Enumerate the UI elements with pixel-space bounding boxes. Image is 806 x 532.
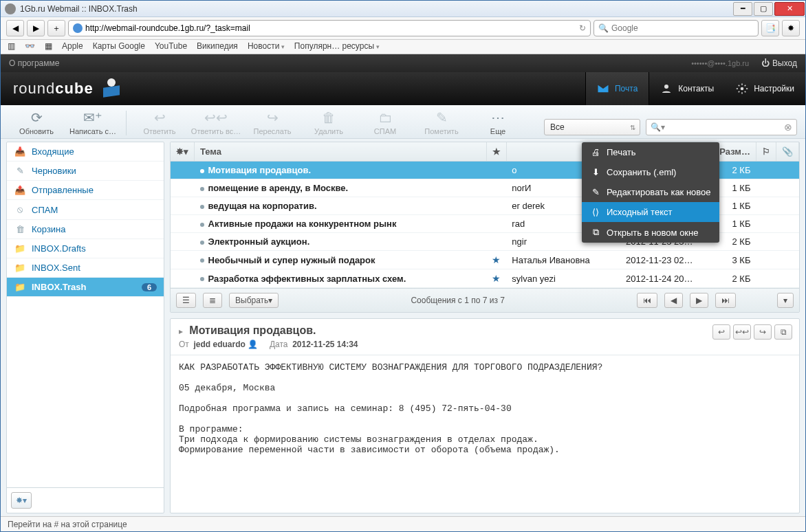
bookmarks-icon[interactable]: ▥ — [8, 41, 15, 51]
readinglist-icon[interactable]: 👓 — [25, 41, 35, 51]
ctx-icon: ⧉ — [590, 227, 601, 238]
message-row[interactable]: Разработка эффективных зарплатных схем.★… — [171, 269, 799, 288]
tab-mail[interactable]: Почта — [585, 72, 649, 105]
window-minimize-button[interactable]: ━ — [733, 2, 752, 16]
nav-add-button[interactable]: ＋ — [47, 20, 65, 36]
toggle-preview-button[interactable]: ▾ — [777, 293, 794, 308]
col-size[interactable]: Разм… — [714, 142, 756, 162]
clear-search-icon[interactable]: ⊗ — [784, 122, 792, 133]
compose-button[interactable]: ✉⁺Написать с… — [65, 108, 120, 135]
reload-icon[interactable]: ↻ — [579, 23, 586, 33]
message-row[interactable]: Необычный и супер нужный подарок★Наталья… — [171, 251, 799, 269]
col-flag[interactable]: ⚐ — [756, 142, 776, 162]
expand-headers-icon[interactable]: ▸ — [179, 326, 183, 336]
contact-icon[interactable]: 👤 — [248, 340, 258, 349]
folder-Корзина[interactable]: 🗑Корзина — [7, 220, 164, 239]
preview-body[interactable]: КАК РАЗРАБОТАТЬ ЭФФЕКТИВНУЮ СИСТЕМУ ВОЗН… — [171, 355, 799, 513]
list-mode-button[interactable]: ☰ — [176, 293, 196, 308]
ctx-Сохранить (.eml)[interactable]: ⬇Сохранить (.eml) — [582, 162, 719, 182]
folder-icon: 📁 — [14, 263, 26, 273]
folder-settings-button[interactable]: ✸▾ — [11, 492, 32, 509]
search-engine-icon: 🔍 — [598, 23, 609, 33]
folder-Входящие[interactable]: 📥Входящие — [7, 142, 164, 162]
reply-button[interactable]: ↩Ответить — [132, 108, 187, 135]
mark-button[interactable]: ✎Пометить — [414, 108, 469, 135]
bookmark-wikipedia[interactable]: Википедия — [197, 41, 238, 51]
folder-Черновики[interactable]: ✎Черновики — [7, 162, 164, 181]
preview-forward-button[interactable]: ↪ — [754, 324, 772, 340]
folder-icon: ⦸ — [14, 204, 26, 215]
url-input[interactable] — [85, 23, 576, 33]
nav-back-button[interactable]: ◀ — [6, 20, 24, 36]
topsites-icon[interactable]: ▦ — [45, 41, 52, 51]
page-last-button[interactable]: ⏭ — [715, 293, 736, 308]
more-button[interactable]: ⋯Еще — [470, 108, 525, 135]
bookmark-apple[interactable]: Apple — [62, 41, 83, 51]
bookmark-popular[interactable]: Популярн… ресурсы — [294, 41, 380, 51]
window-title: 1Gb.ru Webmail :: INBOX.Trash — [20, 4, 732, 14]
col-attach[interactable]: 📎 — [776, 142, 798, 162]
ctx-Исходный текст[interactable]: ⟨⟩Исходный текст — [582, 202, 719, 222]
tab-settings[interactable]: Настройки — [725, 72, 805, 105]
thread-mode-button[interactable]: ≣ — [203, 293, 222, 308]
ctx-icon: 🖨 — [590, 147, 601, 157]
select-menu[interactable]: Выбрать ▾ — [229, 293, 279, 308]
bookmark-news[interactable]: Новости — [248, 41, 285, 51]
ctx-Открыть в новом окне[interactable]: ⧉Открыть в новом окне — [582, 222, 719, 243]
browser-statusbar: Перейти на # на этой странице — [1, 516, 805, 531]
folder-INBOX.Sent[interactable]: 📁INBOX.Sent — [7, 258, 164, 278]
bookmark-youtube[interactable]: YouTube — [155, 41, 187, 51]
preview-popout-button[interactable]: ⧉ — [774, 324, 792, 340]
ctx-Печать[interactable]: 🖨Печать — [582, 142, 719, 162]
unread-badge: 6 — [142, 283, 157, 291]
browser-search[interactable]: 🔍 — [593, 20, 759, 36]
about-link[interactable]: О программе — [9, 58, 59, 68]
mail-search-input[interactable] — [665, 122, 784, 133]
message-count: Сообщения с 1 по 7 из 7 — [285, 296, 630, 305]
replyall-button[interactable]: ↩↩Ответить вс… — [188, 108, 243, 135]
message-context-menu[interactable]: 🖨Печать⬇Сохранить (.eml)✎Редактировать к… — [582, 142, 719, 243]
folder-icon: 📤 — [14, 185, 26, 195]
spam-button[interactable]: 🗀СПАМ — [358, 108, 413, 135]
browser-menu-button[interactable]: ✸ — [782, 20, 800, 36]
browser-search-input[interactable] — [611, 23, 754, 33]
tab-contacts[interactable]: Контакты — [649, 72, 725, 105]
page-next-button[interactable]: ▶ — [690, 293, 708, 308]
list-footer: ☰ ≣ Выбрать ▾ Сообщения с 1 по 7 из 7 ⏮ … — [171, 288, 799, 312]
new-tab-button[interactable]: 📑 — [761, 20, 779, 36]
bookmark-googlemaps[interactable]: Карты Google — [93, 41, 145, 51]
preview-replyall-button[interactable]: ↩↩ — [733, 324, 751, 340]
preview-pane: ▸ Мотивация продавцов. От jedd eduardo 👤… — [170, 318, 800, 513]
logout-link[interactable]: ⏻Выход — [761, 58, 797, 68]
browser-toolbar: ◀ ▶ ＋ ↻ 🔍 📑 ✸ — [1, 17, 805, 40]
globe-icon — [73, 23, 83, 33]
ctx-Редактировать как новое[interactable]: ✎Редактировать как новое — [582, 182, 719, 202]
col-star[interactable]: ★ — [486, 142, 506, 162]
window-close-button[interactable]: ✕ — [774, 2, 805, 16]
list-options-button[interactable]: ✸▾ — [171, 142, 195, 162]
preview-reply-button[interactable]: ↩ — [712, 324, 730, 340]
star-icon[interactable]: ★ — [492, 273, 501, 284]
window-maximize-button[interactable]: ▢ — [754, 2, 773, 16]
filter-select[interactable]: Все — [544, 119, 640, 135]
folder-icon: 🗑 — [14, 224, 26, 234]
folder-СПАМ[interactable]: ⦸СПАМ — [7, 200, 164, 220]
folder-list: 📥Входящие✎Черновики📤Отправленные⦸СПАМ🗑Ко… — [6, 142, 164, 513]
preview-date: 2012-11-25 14:34 — [292, 340, 358, 349]
col-subject[interactable]: Тема — [195, 142, 487, 162]
folder-INBOX.Drafts[interactable]: 📁INBOX.Drafts — [7, 239, 164, 258]
star-icon[interactable]: ★ — [492, 254, 501, 265]
folder-Отправленные[interactable]: 📤Отправленные — [7, 181, 164, 200]
folder-INBOX.Trash[interactable]: 📁INBOX.Trash6 — [7, 278, 164, 297]
page-prev-button[interactable]: ◀ — [664, 293, 683, 308]
svg-point-0 — [664, 85, 668, 89]
address-bar[interactable]: ↻ — [68, 20, 591, 36]
forward-button[interactable]: ↪Переслать — [245, 108, 300, 135]
os-titlebar[interactable]: 1Gb.ru Webmail :: INBOX.Trash ━ ▢ ✕ — [1, 1, 805, 17]
mail-search[interactable]: 🔍▾ ⊗ — [646, 119, 797, 135]
nav-forward-button[interactable]: ▶ — [27, 20, 45, 36]
delete-button[interactable]: 🗑Удалить — [301, 108, 356, 135]
refresh-button[interactable]: ⟳Обновить — [9, 108, 64, 135]
ctx-icon: ✎ — [590, 187, 601, 197]
page-first-button[interactable]: ⏮ — [637, 293, 657, 308]
